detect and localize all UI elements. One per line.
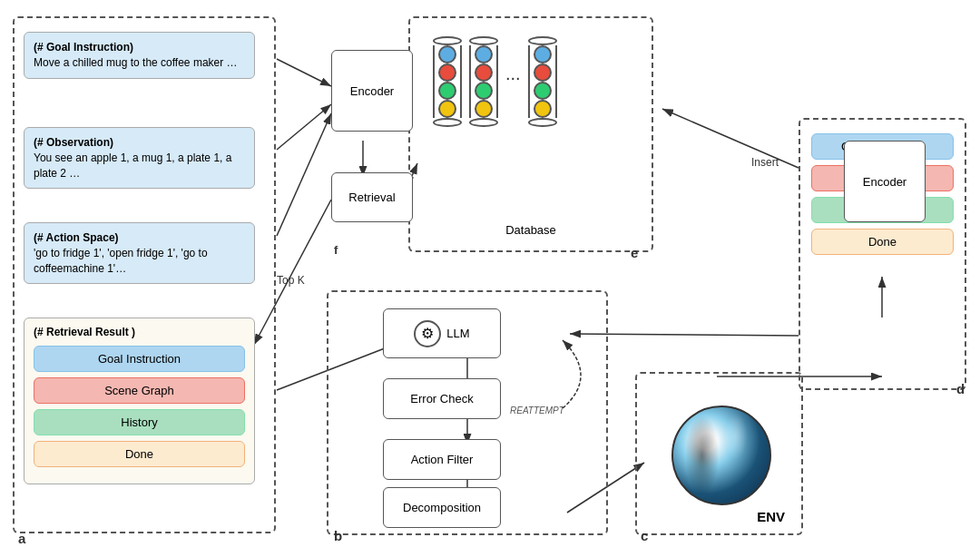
action-space-box: (# Action Space) 'go to fridge 1', 'open… — [24, 222, 255, 284]
label-f: f — [334, 243, 338, 257]
retrieval-result-box: (# Retrieval Result ) Goal Instruction S… — [24, 318, 255, 484]
tag-history: History — [34, 409, 245, 435]
tag-done: Done — [34, 441, 245, 467]
section-e-box: ··· Database — [408, 16, 653, 252]
svg-line-3 — [277, 113, 331, 236]
tag-goal-instruction: Goal Instruction — [34, 346, 245, 372]
retrieval-heading: (# Retrieval Result ) — [34, 326, 245, 338]
retrieval-label: Retrieval — [348, 191, 395, 204]
error-check-box: Error Check — [383, 378, 501, 419]
tag-scene-graph: Scene Graph — [34, 377, 245, 404]
env-label: ENV — [757, 509, 785, 524]
llm-box: ⚙ LLM — [383, 308, 501, 358]
obs-heading: (# Observation) — [34, 136, 113, 149]
encoder-left-box: Encoder — [331, 50, 413, 132]
database-label: Database — [505, 223, 556, 237]
label-b: b — [334, 528, 342, 543]
action-filter-label: Action Filter — [411, 453, 474, 466]
encoder-right-box: Encoder — [844, 141, 926, 222]
diagram-container: (# Goal Instruction) Move a chilled mug … — [0, 0, 980, 557]
goal-body: Move a chilled mug to the coffee maker … — [34, 56, 238, 69]
retrieval-box: Retrieval — [331, 172, 413, 222]
section-c-box: ENV — [635, 372, 803, 535]
cylinder-1 — [433, 36, 462, 127]
action-body: 'go to fridge 1', 'open fridge 1', 'go t… — [34, 247, 208, 275]
label-a: a — [18, 531, 25, 546]
insert-label: Insert — [751, 156, 779, 169]
section-b-box: ⚙ LLM Error Check Action Filter Decompos… — [327, 290, 608, 535]
reattempt-label: REATTEMPT — [510, 406, 564, 415]
cylinder-2 — [469, 36, 498, 127]
label-e: e — [631, 245, 638, 260]
database-cylinders: ··· — [433, 36, 557, 127]
llm-icon: ⚙ — [414, 320, 441, 347]
action-filter-box: Action Filter — [383, 439, 501, 480]
cylinder-3 — [528, 36, 557, 127]
section-a-box: (# Goal Instruction) Move a chilled mug … — [13, 16, 276, 533]
top-k-label: Top K — [277, 274, 305, 287]
dots-separator: ··· — [505, 36, 521, 127]
svg-line-1 — [277, 59, 331, 86]
decomposition-box: Decomposition — [383, 487, 501, 528]
svg-line-2 — [277, 104, 331, 150]
obs-body: You see an apple 1, a mug 1, a plate 1, … — [34, 151, 231, 180]
llm-label: LLM — [446, 327, 469, 340]
error-check-label: Error Check — [410, 392, 473, 406]
globe-icon — [671, 406, 771, 505]
goal-heading: (# Goal Instruction) — [34, 41, 133, 54]
goal-instruction-box: (# Goal Instruction) Move a chilled mug … — [24, 32, 255, 79]
encoder-left-label: Encoder — [350, 84, 394, 98]
d-tag-done: Done — [811, 229, 954, 255]
action-heading: (# Action Space) — [34, 231, 119, 244]
decomposition-label: Decomposition — [403, 501, 481, 514]
label-d: d — [956, 381, 965, 396]
observation-box: (# Observation) You see an apple 1, a mu… — [24, 127, 255, 189]
label-c: c — [641, 528, 648, 543]
encoder-right-label: Encoder — [863, 175, 906, 189]
